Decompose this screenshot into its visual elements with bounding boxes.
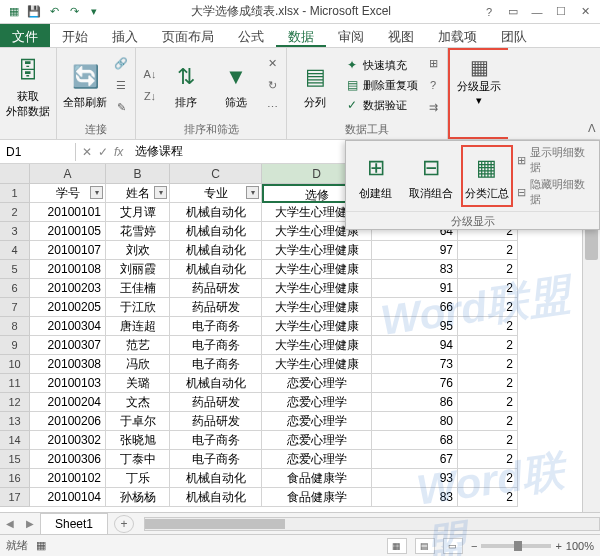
cell[interactable]: 66 xyxy=(372,298,458,317)
filter-dropdown-icon[interactable]: ▾ xyxy=(90,186,103,199)
whatif-icon[interactable]: ? xyxy=(423,75,443,95)
cell[interactable]: 83 xyxy=(372,488,458,507)
cell[interactable]: 20100307 xyxy=(30,336,106,355)
name-box[interactable]: D1 xyxy=(0,143,76,161)
colhead-a[interactable]: A xyxy=(30,164,106,183)
cell[interactable]: 20100302 xyxy=(30,431,106,450)
flash-fill-button[interactable]: ✦快速填充 xyxy=(341,56,421,74)
cell[interactable]: 93 xyxy=(372,469,458,488)
cell[interactable]: 20100204 xyxy=(30,393,106,412)
cell[interactable]: 20100101 xyxy=(30,203,106,222)
help-icon[interactable]: ? xyxy=(478,3,500,21)
cell[interactable]: 2 xyxy=(458,355,518,374)
text-to-columns-button[interactable]: ▤ 分列 xyxy=(291,52,339,118)
rowhead[interactable]: 13 xyxy=(0,412,30,431)
cell[interactable]: 孙杨杨 xyxy=(106,488,170,507)
tab-review[interactable]: 审阅 xyxy=(326,24,376,47)
tab-home[interactable]: 开始 xyxy=(50,24,100,47)
cell[interactable]: 大学生心理健康 xyxy=(262,241,372,260)
rowhead[interactable]: 11 xyxy=(0,374,30,393)
cell[interactable]: 刘欢 xyxy=(106,241,170,260)
colhead-c[interactable]: C xyxy=(170,164,262,183)
get-external-data-button[interactable]: 🗄 获取 外部数据 xyxy=(4,54,52,120)
close-icon[interactable]: ✕ xyxy=(574,3,596,21)
cell[interactable]: 91 xyxy=(372,279,458,298)
cell[interactable]: 67 xyxy=(372,450,458,469)
cell[interactable]: 于卓尔 xyxy=(106,412,170,431)
cell[interactable]: 张晓旭 xyxy=(106,431,170,450)
cell[interactable]: 76 xyxy=(372,374,458,393)
rowhead[interactable]: 8 xyxy=(0,317,30,336)
tab-view[interactable]: 视图 xyxy=(376,24,426,47)
sheet-nav-prev-icon[interactable]: ◀ xyxy=(0,518,20,529)
enter-formula-icon[interactable]: ✓ xyxy=(98,145,108,159)
cell[interactable]: 20100107 xyxy=(30,241,106,260)
filter-dropdown-icon[interactable]: ▾ xyxy=(246,186,259,199)
cell[interactable]: 2 xyxy=(458,260,518,279)
ribbon-options-icon[interactable]: ▭ xyxy=(502,3,524,21)
connections-icon[interactable]: 🔗 xyxy=(111,53,131,73)
refresh-all-button[interactable]: 🔄 全部刷新 xyxy=(61,52,109,118)
cell[interactable]: 大学生心理健康 xyxy=(262,355,372,374)
tab-formula[interactable]: 公式 xyxy=(226,24,276,47)
cell[interactable]: 电子商务 xyxy=(170,317,262,336)
cell[interactable]: 2 xyxy=(458,450,518,469)
properties-icon[interactable]: ☰ xyxy=(111,75,131,95)
tab-insert[interactable]: 插入 xyxy=(100,24,150,47)
cell[interactable]: 2 xyxy=(458,393,518,412)
tab-layout[interactable]: 页面布局 xyxy=(150,24,226,47)
cell[interactable]: 恋爱心理学 xyxy=(262,412,372,431)
page-break-button[interactable]: ▭ xyxy=(443,538,463,554)
cell[interactable]: 2 xyxy=(458,431,518,450)
sort-asc-icon[interactable]: A↓ xyxy=(140,64,160,84)
vertical-scrollbar[interactable] xyxy=(582,184,600,512)
cell[interactable]: 2 xyxy=(458,469,518,488)
cell[interactable]: 丁泰中 xyxy=(106,450,170,469)
page-layout-button[interactable]: ▤ xyxy=(415,538,435,554)
sheet-tab[interactable]: Sheet1 xyxy=(40,513,108,534)
remove-duplicates-button[interactable]: ▤删除重复项 xyxy=(341,76,421,94)
cell[interactable]: 2 xyxy=(458,317,518,336)
new-sheet-button[interactable]: + xyxy=(114,515,134,533)
tab-data[interactable]: 数据 xyxy=(276,24,326,47)
tab-addin[interactable]: 加载项 xyxy=(426,24,489,47)
sheet-nav-next-icon[interactable]: ▶ xyxy=(20,518,40,529)
cell[interactable]: 20100205 xyxy=(30,298,106,317)
cell[interactable]: 机械自动化 xyxy=(170,260,262,279)
cell[interactable]: 电子商务 xyxy=(170,355,262,374)
rowhead[interactable]: 16 xyxy=(0,469,30,488)
edit-links-icon[interactable]: ✎ xyxy=(111,97,131,117)
cell[interactable]: 机械自动化 xyxy=(170,222,262,241)
cell[interactable]: 大学生心理健康 xyxy=(262,336,372,355)
cell[interactable]: 文杰 xyxy=(106,393,170,412)
cell[interactable]: 关璐 xyxy=(106,374,170,393)
cell[interactable]: 食品健康学 xyxy=(262,488,372,507)
cell[interactable]: 电子商务 xyxy=(170,431,262,450)
tab-file[interactable]: 文件 xyxy=(0,24,50,47)
cell[interactable]: 20100105 xyxy=(30,222,106,241)
h-scroll-thumb[interactable] xyxy=(145,519,285,529)
tab-team[interactable]: 团队 xyxy=(489,24,539,47)
hide-detail-button[interactable]: ⊟隐藏明细数据 xyxy=(517,177,595,207)
cell[interactable]: 机械自动化 xyxy=(170,488,262,507)
sort-desc-icon[interactable]: Z↓ xyxy=(140,86,160,106)
cancel-formula-icon[interactable]: ✕ xyxy=(82,145,92,159)
cell[interactable]: 药品研发 xyxy=(170,412,262,431)
cell[interactable]: 94 xyxy=(372,336,458,355)
cell[interactable]: 20100108 xyxy=(30,260,106,279)
cell[interactable]: 恋爱心理学 xyxy=(262,374,372,393)
reapply-icon[interactable]: ↻ xyxy=(262,75,282,95)
zoom-thumb[interactable] xyxy=(514,541,522,551)
cell[interactable]: 范艺 xyxy=(106,336,170,355)
cell[interactable]: 药品研发 xyxy=(170,298,262,317)
cell[interactable]: 83 xyxy=(372,260,458,279)
zoom-value[interactable]: 100% xyxy=(566,540,594,552)
filter-dropdown-icon[interactable]: ▾ xyxy=(154,186,167,199)
outline-button[interactable]: ▦ 分级显示 ▾ xyxy=(454,55,504,119)
cell[interactable]: 20100103 xyxy=(30,374,106,393)
cell[interactable]: 95 xyxy=(372,317,458,336)
cell[interactable]: 2 xyxy=(458,298,518,317)
header-cell[interactable]: 姓名▾ xyxy=(106,184,170,203)
cell[interactable]: 冯欣 xyxy=(106,355,170,374)
rowhead[interactable]: 15 xyxy=(0,450,30,469)
